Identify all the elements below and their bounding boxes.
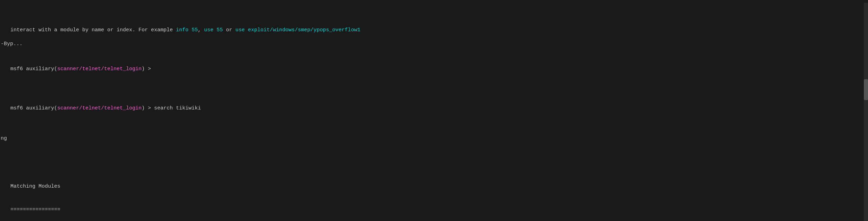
matching-modules-label: Matching Modules — [10, 183, 861, 191]
top-comment-line: interact with a module by name or index.… — [10, 26, 861, 34]
left-label-ng: ng — [0, 135, 7, 143]
prompt-line-1: msf6 auxiliary(scanner/telnet/telnet_log… — [10, 65, 861, 73]
matching-modules-sep: ================ — [10, 206, 861, 214]
left-label-byp: -Byp... — [0, 40, 23, 48]
prompt-line-2: msf6 auxiliary(scanner/telnet/telnet_log… — [10, 105, 861, 113]
scrollbar[interactable] — [864, 3, 868, 221]
blank-line-1 — [10, 144, 861, 152]
scrollbar-thumb[interactable] — [864, 79, 868, 100]
